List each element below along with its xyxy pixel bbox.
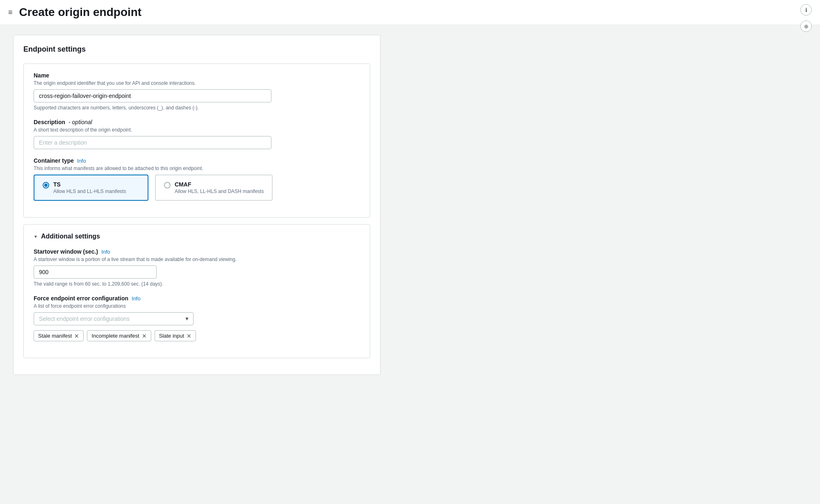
radio-circle-cmaf [164, 182, 171, 188]
right-icons-panel: ℹ ⊕ [800, 4, 812, 32]
card-title: Endpoint settings [23, 45, 370, 54]
tag-stale-manifest-close[interactable]: ✕ [74, 333, 79, 339]
startover-window-input[interactable] [34, 266, 157, 279]
force-endpoint-info-link[interactable]: Info [132, 295, 141, 302]
tag-stale-manifest-label: Stale manifest [38, 333, 72, 339]
description-desc: A short text description of the origin e… [34, 127, 360, 133]
additional-settings-card: ▼ Additional settings Startover window (… [23, 224, 370, 358]
startover-label: Startover window (sec.) Info [34, 248, 360, 255]
force-endpoint-label: Force endpoint error configuration Info [34, 295, 360, 302]
refresh-icon[interactable]: ⊕ [800, 20, 812, 32]
radio-option-cmaf[interactable]: CMAF Allow HLS, LL-HLS and DASH manifest… [155, 175, 273, 201]
description-input[interactable] [34, 136, 271, 149]
endpoint-error-tags: Stale manifest ✕ Incomplete manifest ✕ S… [34, 330, 360, 341]
force-endpoint-desc: A list of force endpoint error configura… [34, 303, 360, 309]
radio-cmaf-sub-label: Allow HLS, LL-HLS and DASH manifests [175, 188, 264, 194]
endpoint-error-dropdown-wrapper: Select endpoint error configurations Sta… [34, 312, 194, 325]
radio-cmaf-main-label: CMAF [175, 181, 264, 188]
container-type-field-group: Container type Info This informs what ma… [34, 157, 360, 201]
name-hint: Supported characters are numbers, letter… [34, 105, 360, 111]
container-type-label: Container type Info [34, 157, 360, 164]
name-field-group: Name The origin endpoint identifier that… [34, 72, 360, 111]
tag-incomplete-manifest-label: Incomplete manifest [91, 333, 139, 339]
chevron-down-icon: ▼ [34, 234, 38, 239]
main-content: Endpoint settings Name The origin endpoi… [0, 25, 394, 385]
endpoint-error-dropdown[interactable]: Select endpoint error configurations Sta… [34, 312, 194, 325]
container-type-radio-group: TS Allow HLS and LL-HLS manifests CMAF A… [34, 175, 360, 201]
radio-option-ts[interactable]: TS Allow HLS and LL-HLS manifests [34, 175, 148, 201]
radio-ts-text: TS Allow HLS and LL-HLS manifests [53, 181, 126, 194]
tag-slate-input-label: Slate input [159, 333, 184, 339]
tag-slate-input-close[interactable]: ✕ [187, 333, 191, 339]
menu-icon[interactable]: ≡ [8, 8, 13, 17]
radio-circle-inner-ts [44, 184, 48, 187]
name-description: The origin endpoint identifier that you … [34, 80, 360, 86]
radio-cmaf-text: CMAF Allow HLS, LL-HLS and DASH manifest… [175, 181, 264, 194]
tag-stale-manifest: Stale manifest ✕ [34, 330, 84, 341]
page-title: Create origin endpoint [19, 6, 142, 19]
endpoint-settings-card: Endpoint settings Name The origin endpoi… [13, 35, 380, 375]
inner-settings-card: Name The origin endpoint identifier that… [23, 64, 370, 218]
startover-hint: The valid range is from 60 sec. to 1,209… [34, 281, 360, 287]
name-input[interactable] [34, 89, 271, 102]
top-bar: ≡ Create origin endpoint [0, 0, 820, 25]
description-label: Description - optional [34, 119, 360, 125]
radio-circle-ts [43, 182, 49, 188]
startover-desc: A startover window is a portion of a liv… [34, 257, 360, 262]
tag-incomplete-manifest-close[interactable]: ✕ [142, 333, 147, 339]
additional-settings-label: Additional settings [41, 233, 100, 240]
info-circle-icon[interactable]: ℹ [800, 4, 812, 16]
additional-settings-header[interactable]: ▼ Additional settings [34, 233, 360, 240]
container-type-desc: This informs what manifests are allowed … [34, 166, 360, 171]
startover-window-field-group: Startover window (sec.) Info A startover… [34, 248, 360, 287]
startover-info-link[interactable]: Info [101, 249, 110, 255]
tag-slate-input: Slate input ✕ [155, 330, 196, 341]
radio-ts-sub-label: Allow HLS and LL-HLS manifests [53, 188, 126, 194]
tag-incomplete-manifest: Incomplete manifest ✕ [87, 330, 151, 341]
description-field-group: Description - optional A short text desc… [34, 119, 360, 149]
radio-ts-main-label: TS [53, 181, 126, 188]
container-type-info-link[interactable]: Info [77, 158, 86, 164]
name-label: Name [34, 72, 360, 79]
force-endpoint-error-field-group: Force endpoint error configuration Info … [34, 295, 360, 341]
